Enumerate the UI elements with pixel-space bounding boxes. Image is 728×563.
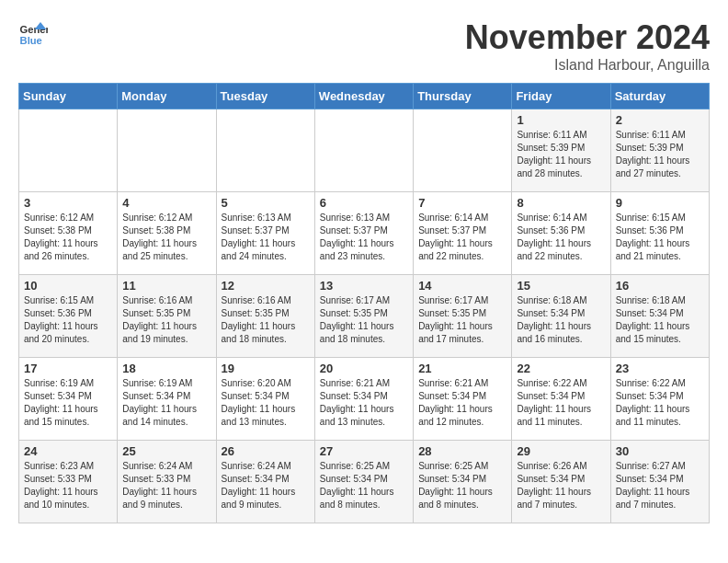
- day-number: 17: [24, 362, 112, 375]
- day-info: Sunrise: 6:19 AM Sunset: 5:34 PM Dayligh…: [24, 377, 112, 429]
- day-number: 20: [320, 362, 408, 375]
- day-number: 25: [122, 444, 210, 458]
- calendar-cell: 23Sunrise: 6:22 AM Sunset: 5:34 PM Dayli…: [610, 358, 709, 441]
- calendar-cell: 17Sunrise: 6:19 AM Sunset: 5:34 PM Dayli…: [19, 358, 118, 441]
- day-number: 28: [418, 444, 506, 458]
- day-number: 3: [24, 196, 112, 210]
- calendar-cell: 15Sunrise: 6:18 AM Sunset: 5:34 PM Dayli…: [512, 275, 610, 358]
- svg-text:Blue: Blue: [20, 35, 42, 46]
- day-number: 4: [122, 196, 210, 210]
- calendar-cell: 12Sunrise: 6:16 AM Sunset: 5:35 PM Dayli…: [216, 275, 314, 358]
- calendar-cell: 19Sunrise: 6:20 AM Sunset: 5:34 PM Dayli…: [216, 358, 314, 441]
- location-subtitle: Island Harbour, Anguilla: [465, 57, 710, 74]
- month-title: November 2024: [465, 18, 710, 57]
- day-header-monday: Monday: [118, 84, 216, 109]
- day-info: Sunrise: 6:15 AM Sunset: 5:36 PM Dayligh…: [24, 294, 112, 346]
- calendar-cell: 20Sunrise: 6:21 AM Sunset: 5:34 PM Dayli…: [314, 358, 413, 441]
- logo: General Blue: [18, 18, 48, 48]
- calendar-week-2: 3Sunrise: 6:12 AM Sunset: 5:38 PM Daylig…: [19, 192, 710, 275]
- day-number: 30: [616, 444, 704, 458]
- day-header-tuesday: Tuesday: [216, 84, 314, 109]
- day-info: Sunrise: 6:22 AM Sunset: 5:34 PM Dayligh…: [517, 377, 605, 429]
- calendar-week-4: 17Sunrise: 6:19 AM Sunset: 5:34 PM Dayli…: [19, 358, 710, 441]
- day-info: Sunrise: 6:27 AM Sunset: 5:34 PM Dayligh…: [616, 460, 704, 511]
- calendar-cell: [118, 109, 216, 192]
- calendar-body: 1Sunrise: 6:11 AM Sunset: 5:39 PM Daylig…: [19, 109, 710, 523]
- day-header-thursday: Thursday: [414, 84, 512, 109]
- calendar-cell: [19, 109, 118, 192]
- day-header-saturday: Saturday: [610, 84, 709, 109]
- day-info: Sunrise: 6:11 AM Sunset: 5:39 PM Dayligh…: [616, 129, 704, 180]
- day-number: 18: [122, 362, 210, 375]
- calendar-cell: 11Sunrise: 6:16 AM Sunset: 5:35 PM Dayli…: [118, 275, 216, 358]
- calendar-cell: 5Sunrise: 6:13 AM Sunset: 5:37 PM Daylig…: [216, 192, 314, 275]
- day-number: 22: [517, 362, 605, 375]
- day-info: Sunrise: 6:14 AM Sunset: 5:37 PM Dayligh…: [418, 212, 506, 263]
- day-number: 2: [616, 113, 704, 127]
- day-info: Sunrise: 6:17 AM Sunset: 5:35 PM Dayligh…: [320, 294, 408, 346]
- day-number: 26: [222, 444, 310, 458]
- day-number: 14: [418, 279, 506, 293]
- header: General Blue November 2024 Island Harbou…: [18, 18, 710, 74]
- day-info: Sunrise: 6:21 AM Sunset: 5:34 PM Dayligh…: [418, 377, 506, 429]
- calendar-cell: 2Sunrise: 6:11 AM Sunset: 5:39 PM Daylig…: [610, 109, 709, 192]
- day-info: Sunrise: 6:13 AM Sunset: 5:37 PM Dayligh…: [222, 212, 310, 263]
- day-info: Sunrise: 6:26 AM Sunset: 5:34 PM Dayligh…: [517, 460, 605, 511]
- calendar-cell: 27Sunrise: 6:25 AM Sunset: 5:34 PM Dayli…: [314, 441, 413, 523]
- day-info: Sunrise: 6:20 AM Sunset: 5:34 PM Dayligh…: [222, 377, 310, 429]
- day-info: Sunrise: 6:24 AM Sunset: 5:33 PM Dayligh…: [122, 460, 210, 511]
- day-number: 9: [616, 196, 704, 210]
- calendar-header-row: SundayMondayTuesdayWednesdayThursdayFrid…: [19, 84, 710, 109]
- calendar-cell: [414, 109, 512, 192]
- calendar-cell: 13Sunrise: 6:17 AM Sunset: 5:35 PM Dayli…: [314, 275, 413, 358]
- day-number: 10: [24, 279, 112, 293]
- calendar-cell: 18Sunrise: 6:19 AM Sunset: 5:34 PM Dayli…: [118, 358, 216, 441]
- calendar-week-1: 1Sunrise: 6:11 AM Sunset: 5:39 PM Daylig…: [19, 109, 710, 192]
- calendar-cell: 1Sunrise: 6:11 AM Sunset: 5:39 PM Daylig…: [512, 109, 610, 192]
- day-number: 12: [222, 279, 310, 293]
- day-info: Sunrise: 6:11 AM Sunset: 5:39 PM Dayligh…: [517, 129, 605, 180]
- calendar-cell: [314, 109, 413, 192]
- day-number: 15: [517, 279, 605, 293]
- day-number: 5: [222, 196, 310, 210]
- calendar-cell: 24Sunrise: 6:23 AM Sunset: 5:33 PM Dayli…: [19, 441, 118, 523]
- calendar-cell: 28Sunrise: 6:25 AM Sunset: 5:34 PM Dayli…: [414, 441, 512, 523]
- day-info: Sunrise: 6:19 AM Sunset: 5:34 PM Dayligh…: [122, 377, 210, 429]
- day-info: Sunrise: 6:23 AM Sunset: 5:33 PM Dayligh…: [24, 460, 112, 511]
- day-number: 1: [517, 113, 605, 127]
- calendar-cell: 29Sunrise: 6:26 AM Sunset: 5:34 PM Dayli…: [512, 441, 610, 523]
- day-number: 24: [24, 444, 112, 458]
- calendar-cell: [216, 109, 314, 192]
- day-info: Sunrise: 6:22 AM Sunset: 5:34 PM Dayligh…: [616, 377, 704, 429]
- day-info: Sunrise: 6:14 AM Sunset: 5:36 PM Dayligh…: [517, 212, 605, 263]
- day-info: Sunrise: 6:17 AM Sunset: 5:35 PM Dayligh…: [418, 294, 506, 346]
- calendar-cell: 30Sunrise: 6:27 AM Sunset: 5:34 PM Dayli…: [610, 441, 709, 523]
- calendar-cell: 14Sunrise: 6:17 AM Sunset: 5:35 PM Dayli…: [414, 275, 512, 358]
- calendar-cell: 3Sunrise: 6:12 AM Sunset: 5:38 PM Daylig…: [19, 192, 118, 275]
- calendar-cell: 7Sunrise: 6:14 AM Sunset: 5:37 PM Daylig…: [414, 192, 512, 275]
- day-info: Sunrise: 6:12 AM Sunset: 5:38 PM Dayligh…: [24, 212, 112, 263]
- calendar-table: SundayMondayTuesdayWednesdayThursdayFrid…: [18, 83, 710, 523]
- title-area: November 2024 Island Harbour, Anguilla: [465, 18, 710, 74]
- day-header-friday: Friday: [512, 84, 610, 109]
- day-number: 6: [320, 196, 408, 210]
- calendar-cell: 16Sunrise: 6:18 AM Sunset: 5:34 PM Dayli…: [610, 275, 709, 358]
- day-number: 23: [616, 362, 704, 375]
- calendar-week-5: 24Sunrise: 6:23 AM Sunset: 5:33 PM Dayli…: [19, 441, 710, 523]
- day-info: Sunrise: 6:12 AM Sunset: 5:38 PM Dayligh…: [122, 212, 210, 263]
- calendar-cell: 10Sunrise: 6:15 AM Sunset: 5:36 PM Dayli…: [19, 275, 118, 358]
- calendar-cell: 8Sunrise: 6:14 AM Sunset: 5:36 PM Daylig…: [512, 192, 610, 275]
- day-number: 16: [616, 279, 704, 293]
- day-number: 21: [418, 362, 506, 375]
- day-number: 11: [122, 279, 210, 293]
- calendar-cell: 22Sunrise: 6:22 AM Sunset: 5:34 PM Dayli…: [512, 358, 610, 441]
- day-info: Sunrise: 6:25 AM Sunset: 5:34 PM Dayligh…: [320, 460, 408, 511]
- day-info: Sunrise: 6:24 AM Sunset: 5:34 PM Dayligh…: [222, 460, 310, 511]
- day-number: 13: [320, 279, 408, 293]
- logo-icon: General Blue: [18, 18, 48, 48]
- calendar-cell: 6Sunrise: 6:13 AM Sunset: 5:37 PM Daylig…: [314, 192, 413, 275]
- day-number: 29: [517, 444, 605, 458]
- day-info: Sunrise: 6:16 AM Sunset: 5:35 PM Dayligh…: [122, 294, 210, 346]
- day-info: Sunrise: 6:13 AM Sunset: 5:37 PM Dayligh…: [320, 212, 408, 263]
- calendar-cell: 25Sunrise: 6:24 AM Sunset: 5:33 PM Dayli…: [118, 441, 216, 523]
